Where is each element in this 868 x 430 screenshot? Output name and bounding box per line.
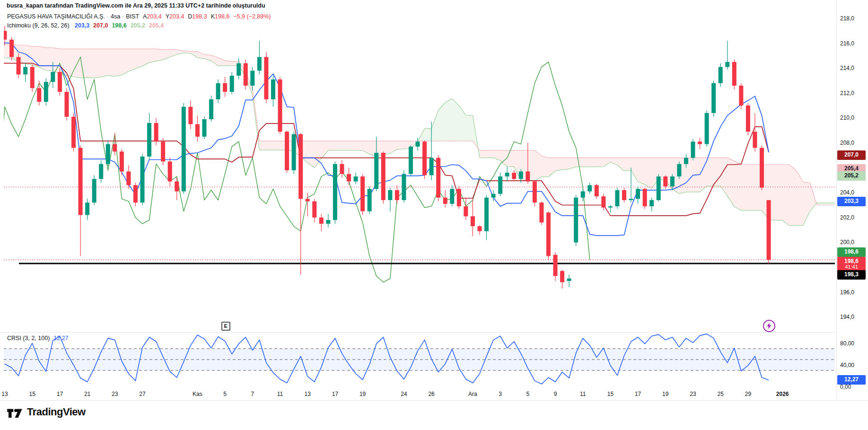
tradingview-logo-text: TradingView [27, 406, 86, 418]
earnings-marker[interactable]: E [221, 322, 230, 331]
time-tick: 3 [499, 391, 502, 397]
ohlc-item: K198,6 [211, 13, 230, 20]
time-tick: 11 [277, 391, 283, 397]
price-tick: 194,0 [840, 314, 854, 320]
time-tick: 15 [607, 391, 614, 397]
time-tick: Ara [468, 391, 477, 397]
price-tick: 196,0 [840, 289, 854, 296]
indicator-row[interactable]: Ichimoku (9, 26, 52, 26) 203,3207,0198,6… [7, 21, 271, 30]
tradingview-logo-icon [7, 406, 23, 418]
crsi-tick: 40,00 [840, 362, 854, 369]
indicator-value: 198,6 [112, 22, 126, 29]
time-tick: 11 [580, 391, 586, 397]
ohlc-item: D198,3 [188, 13, 207, 20]
price-badge: 203,3 [837, 197, 866, 206]
change-value: −5,9 (−2,89%) [233, 13, 271, 20]
price-tick: 202,0 [840, 214, 854, 221]
indicator-value: 205,2 [131, 22, 145, 29]
ohlc-item: Y203,4 [166, 13, 184, 20]
time-tick: 13 [305, 391, 311, 397]
time-tick: 15 [29, 391, 35, 397]
footer-logo[interactable]: TradingView [7, 406, 86, 418]
lightning-glyph [766, 323, 772, 329]
crsi-name[interactable]: CRSI (3, 2, 100) [7, 335, 50, 342]
chart-legend: PEGASUS HAVA TAŞIMACILIĞI A.Ş.·4sa·BISTA… [7, 12, 271, 30]
time-tick: 23 [690, 391, 696, 397]
time-tick: 7 [251, 391, 254, 397]
time-tick: 24 [401, 391, 407, 397]
price-badge: 198,3 [837, 270, 866, 280]
time-tick: 27 [139, 391, 145, 397]
price-badge: 207,0 [837, 150, 866, 160]
crsi-legend[interactable]: CRSI (3, 2, 100)12,27 [7, 335, 69, 342]
symbol-row[interactable]: PEGASUS HAVA TAŞIMACILIĞI A.Ş.·4sa·BISTA… [7, 12, 271, 21]
legend-separator: · [107, 13, 109, 20]
crsi-badge: 12,27 [837, 375, 866, 385]
indicator-value: 205,4 [149, 22, 164, 29]
tradingview-chart-page: busra_kapan tarafından TradingView.com i… [0, 0, 868, 430]
time-tick: 2026 [776, 391, 789, 397]
time-tick: 17 [635, 391, 641, 397]
time-tick: 19 [359, 391, 366, 397]
pane-divider[interactable] [0, 332, 836, 333]
price-badge: 198,6 [837, 247, 866, 257]
price-tick: 218,0 [840, 15, 854, 22]
time-tick: 17 [57, 391, 63, 397]
interval-label[interactable]: 4sa [111, 13, 120, 20]
crsi-value: 12,27 [53, 335, 68, 342]
time-tick: Kas [193, 391, 202, 397]
price-tick: 200,0 [840, 239, 854, 246]
price-tick: 210,0 [840, 114, 854, 121]
indicator-value: 203,3 [75, 22, 89, 29]
time-tick: 29 [745, 391, 751, 397]
time-tick: 5 [526, 391, 529, 397]
price-badge: 205,2 [837, 171, 866, 181]
ohlc-item: A203,4 [143, 13, 162, 20]
time-tick: 25 [718, 391, 724, 397]
chart-canvas[interactable] [0, 0, 868, 430]
crsi-tick: 80,00 [840, 340, 854, 347]
time-tick: 26 [428, 391, 434, 397]
footer-divider [0, 400, 868, 401]
time-tick: 19 [662, 391, 668, 397]
price-tick: 214,0 [840, 65, 854, 71]
time-tick: 9 [554, 391, 557, 397]
indicator-name[interactable]: Ichimoku (9, 26, 52, 26) [7, 22, 69, 29]
price-axis-border [836, 0, 837, 400]
price-badge: 198,641:41 [837, 257, 866, 271]
symbol-title[interactable]: PEGASUS HAVA TAŞIMACILIĞI A.Ş. [7, 13, 105, 20]
time-tick: 17 [332, 391, 338, 397]
attribution-text: busra_kapan tarafından TradingView.com i… [7, 2, 265, 9]
price-tick: 212,0 [840, 90, 854, 97]
time-tick: 23 [112, 391, 118, 397]
price-tick: 204,0 [840, 189, 854, 196]
legend-separator: · [122, 13, 124, 20]
time-tick: 13 [1, 391, 8, 397]
price-tick: 208,0 [840, 140, 854, 146]
lightning-icon[interactable] [763, 320, 775, 332]
price-tick: 216,0 [840, 40, 854, 47]
time-tick: 5 [223, 391, 227, 397]
ohlc-values: A203,4Y203,4D198,3K198,6−5,9 (−2,89%) [139, 13, 271, 20]
time-tick: 21 [84, 391, 90, 397]
exchange-label[interactable]: BIST [126, 13, 139, 20]
indicator-values: 203,3207,0198,6205,2205,4 [71, 22, 164, 29]
indicator-value: 207,0 [93, 22, 108, 29]
